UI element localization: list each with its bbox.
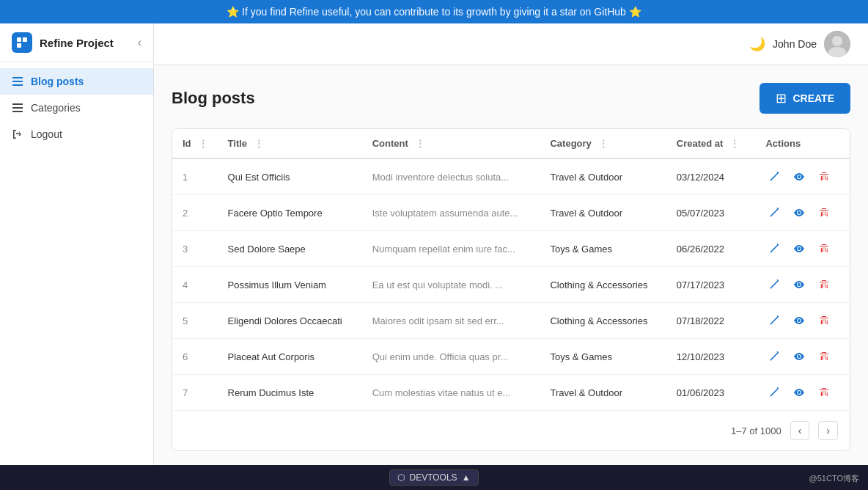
pagination-range: 1–7 of 1000 [731,425,781,436]
delete-button[interactable] [815,312,833,329]
view-button[interactable] [790,168,808,186]
svg-rect-5 [12,84,23,86]
cell-content: Modi inventore delectus soluta... [362,158,540,195]
cell-actions [755,267,850,303]
create-button-label: CREATE [792,92,834,104]
cell-actions [755,231,850,267]
cell-category: Clothing & Accessories [540,267,666,303]
sidebar-item-label: Categories [31,102,81,114]
pagination: 1–7 of 1000 ‹ › [172,410,850,450]
content-area: Blog posts ⊞ CREATE Id ⋮ [154,65,868,465]
edit-button[interactable] [765,204,783,222]
devtools-badge[interactable]: ⬡ DEVTOOLS ▲ [389,469,478,486]
edit-button[interactable] [765,240,783,257]
devtools-icon: ⬡ [397,472,405,483]
logout-icon [12,128,23,140]
cell-title: Possimus Illum Veniam [218,267,362,303]
svg-rect-0 [17,37,21,42]
view-button[interactable] [790,204,808,222]
svg-rect-7 [12,107,23,109]
cell-id: 5 [172,303,218,339]
cell-id: 6 [172,339,218,375]
col-resize-title[interactable]: ⋮ [254,139,263,149]
sidebar-brand: Refine Project [12,32,114,53]
header-user: 🌙 John Doe [749,31,850,57]
table-row: 3 Sed Dolore Saepe Numquam repellat enim… [172,231,850,267]
sidebar-item-logout[interactable]: Logout [0,121,153,147]
cell-actions [755,158,850,195]
create-button[interactable]: ⊞ CREATE [760,83,850,114]
view-button[interactable] [790,276,808,293]
blog-posts-table: Id ⋮ Title ⋮ [172,128,850,451]
watermark: @51CTO博客 [809,473,859,484]
delete-button[interactable] [815,276,833,293]
delete-button[interactable] [815,204,833,222]
cell-category: Toys & Games [540,339,666,375]
edit-button[interactable] [765,276,783,293]
cell-created-at: 07/18/2022 [666,303,756,339]
view-button[interactable] [790,348,808,365]
edit-button[interactable] [765,168,783,186]
edit-button[interactable] [765,384,783,401]
cell-created-at: 03/12/2024 [666,158,756,195]
col-resize-created-at[interactable]: ⋮ [730,139,739,149]
view-button[interactable] [790,384,808,401]
table-body: 1 Qui Est Officiis Modi inventore delect… [172,158,850,410]
cell-title: Qui Est Officiis [218,158,362,195]
col-header-id: Id ⋮ [172,129,218,158]
cell-actions [755,195,850,231]
sidebar-header: Refine Project ‹ [0,23,153,62]
view-button[interactable] [790,312,808,329]
cell-category: Travel & Outdoor [540,158,666,195]
user-name: John Doe [773,38,817,50]
sidebar-item-categories[interactable]: Categories [0,95,153,121]
main-content: 🌙 John Doe Blog posts ⊞ CREATE [154,23,868,465]
view-button[interactable] [790,240,808,257]
cell-actions [755,303,850,339]
devtools-bar: ⬡ DEVTOOLS ▲ [0,465,868,490]
cell-content: Qui enim unde. Officia quas pr... [362,339,540,375]
cell-id: 4 [172,267,218,303]
theme-toggle-icon[interactable]: 🌙 [749,36,765,52]
banner-text: ⭐ If you find Refine useful, you can con… [227,6,641,18]
sidebar-item-blog-posts[interactable]: Blog posts [0,68,153,95]
table-row: 7 Rerum Ducimus Iste Cum molestias vitae… [172,375,850,411]
cell-id: 2 [172,195,218,231]
sidebar-item-label: Logout [31,128,62,140]
svg-point-10 [832,36,842,46]
cell-title: Eligendi Dolores Occaecati [218,303,362,339]
cell-id: 3 [172,231,218,267]
pagination-next-button[interactable]: › [818,421,838,440]
delete-button[interactable] [815,348,833,365]
data-table: Id ⋮ Title ⋮ [172,129,850,410]
delete-button[interactable] [815,168,833,186]
delete-button[interactable] [815,240,833,257]
edit-button[interactable] [765,348,783,365]
cell-content: Iste voluptatem assumenda aute... [362,195,540,231]
col-resize-id[interactable]: ⋮ [199,139,207,149]
table-row: 6 Placeat Aut Corporis Qui enim unde. Of… [172,339,850,375]
col-header-category: Category ⋮ [540,129,666,158]
categories-icon [12,102,23,114]
cell-category: Toys & Games [540,231,666,267]
col-resize-content[interactable]: ⋮ [416,139,424,149]
page-header: Blog posts ⊞ CREATE [172,83,850,114]
svg-rect-8 [12,111,23,112]
cell-title: Placeat Aut Corporis [218,339,362,375]
page-title: Blog posts [172,89,255,108]
devtools-label: DEVTOOLS [409,472,457,483]
cell-created-at: 12/10/2023 [666,339,756,375]
sidebar-title: Refine Project [40,37,114,49]
col-header-created-at: Created at ⋮ [666,129,756,158]
delete-button[interactable] [815,384,833,401]
svg-rect-6 [12,103,23,105]
cell-actions [755,375,850,411]
edit-button[interactable] [765,312,783,329]
pagination-prev-button[interactable]: ‹ [790,421,810,440]
collapse-icon[interactable]: ‹ [138,36,141,49]
table-row: 1 Qui Est Officiis Modi inventore delect… [172,158,850,195]
cell-category: Clothing & Accessories [540,303,666,339]
col-resize-category[interactable]: ⋮ [599,139,608,149]
cell-content: Cum molestias vitae natus ut e... [362,375,540,411]
plus-icon: ⊞ [776,90,787,106]
